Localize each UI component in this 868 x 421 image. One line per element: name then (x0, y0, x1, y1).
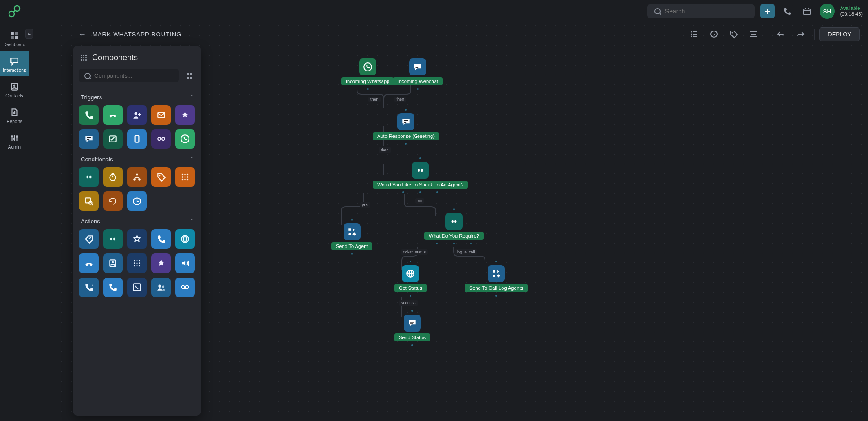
section-actions[interactable]: Actions ˄ (77, 211, 197, 229)
dialer-button[interactable] (780, 4, 794, 18)
node-port[interactable] (494, 260, 498, 263)
list-view-button[interactable] (685, 27, 703, 42)
node-port[interactable] (452, 242, 456, 245)
chat-icon (84, 134, 94, 144)
deploy-button[interactable]: DEPLOY (819, 27, 860, 41)
panel-search[interactable] (79, 69, 179, 82)
action-http[interactable] (175, 229, 195, 249)
brand-logo (7, 4, 22, 18)
trigger-chat[interactable] (79, 129, 99, 149)
node-speak-agent[interactable]: Would You Like To Speak To An Agent? (373, 156, 468, 194)
action-queue[interactable] (79, 278, 99, 297)
node-send-call-log[interactable]: Send To Call Log Agents (465, 260, 528, 297)
panel-search-input[interactable] (94, 72, 174, 79)
action-callbox[interactable] (127, 278, 147, 297)
action-tag[interactable] (79, 229, 99, 249)
node-port[interactable] (419, 191, 422, 194)
tag-icon (729, 30, 738, 39)
action-badge[interactable] (151, 253, 171, 273)
trigger-incoming-call[interactable] (79, 105, 99, 125)
drag-handle-icon[interactable] (81, 55, 87, 61)
node-port[interactable] (410, 309, 414, 313)
nav-label: Contacts (5, 93, 23, 98)
section-conditionals[interactable]: Conditionals ˄ (77, 149, 197, 167)
node-incoming-webchat[interactable]: Incoming Webchat (393, 58, 443, 91)
action-voicemail[interactable] (175, 278, 195, 297)
node-what-require[interactable]: What Do You Require? (424, 208, 484, 245)
back-button[interactable]: ← (78, 30, 86, 39)
node-port[interactable] (401, 191, 405, 194)
action-contact[interactable] (103, 253, 123, 273)
node-port[interactable] (404, 108, 408, 111)
node-port[interactable] (452, 208, 456, 211)
action-dialpad[interactable] (127, 253, 147, 273)
nav-interactions[interactable]: Interactions (0, 51, 29, 76)
layout-toggle-button[interactable] (183, 70, 195, 81)
global-search[interactable] (647, 4, 755, 18)
node-port[interactable] (409, 294, 412, 297)
align-button[interactable] (745, 27, 762, 42)
undo-button[interactable] (772, 27, 790, 42)
redo-button[interactable] (792, 27, 810, 42)
action-call[interactable] (151, 229, 171, 249)
node-port[interactable] (350, 218, 354, 222)
node-send-status[interactable]: Send Status (394, 309, 430, 347)
cond-retry[interactable] (103, 191, 123, 211)
calendar-button[interactable] (800, 4, 814, 18)
node-port[interactable] (469, 242, 473, 245)
action-star[interactable] (127, 229, 147, 249)
trigger-email[interactable] (151, 105, 171, 125)
presence-indicator[interactable]: Available (00:18:45) (840, 5, 863, 17)
node-send-to-agent[interactable]: Send To Agent (331, 218, 372, 256)
action-menu[interactable] (103, 229, 123, 249)
global-search-input[interactable] (665, 8, 749, 15)
node-auto-response[interactable]: Auto Response (Greeting) (373, 108, 439, 146)
node-port[interactable] (435, 242, 439, 245)
trigger-rating[interactable] (175, 105, 195, 125)
cond-branch[interactable] (127, 167, 147, 187)
trigger-task[interactable] (103, 129, 123, 149)
nav-dashboard[interactable]: Dashboard (0, 25, 29, 51)
nav-contacts[interactable]: Contacts (0, 76, 29, 102)
section-triggers[interactable]: Triggers ˄ (77, 87, 197, 105)
trigger-add-user[interactable] (127, 105, 147, 125)
nav-admin[interactable]: Admin (0, 128, 29, 153)
history-button[interactable] (705, 27, 723, 42)
edge-ticket: ticket_status (401, 249, 428, 255)
node-port[interactable] (410, 343, 414, 347)
node-port[interactable] (494, 294, 498, 297)
cond-schedule[interactable] (127, 191, 147, 211)
node-port[interactable] (436, 191, 439, 194)
cond-menu[interactable] (79, 167, 99, 187)
separator (814, 29, 815, 40)
avatar[interactable]: SH (820, 4, 835, 19)
main-nav: ▸ Dashboard Interactions Contacts Report… (0, 0, 29, 421)
action-play[interactable] (175, 253, 195, 273)
cond-timer[interactable] (103, 167, 123, 187)
panel-scroll[interactable]: Triggers ˄ Conditionals (73, 87, 201, 416)
trigger-missed-call[interactable] (103, 105, 123, 125)
trigger-sms[interactable] (127, 129, 147, 149)
tags-button[interactable] (725, 27, 743, 42)
branch-icon (412, 162, 429, 179)
node-get-status[interactable]: Get Status (394, 260, 427, 297)
trigger-api[interactable] (151, 129, 171, 149)
node-port[interactable] (409, 260, 412, 263)
node-port[interactable] (350, 252, 354, 256)
node-port[interactable] (419, 156, 422, 160)
cond-lookup[interactable] (79, 191, 99, 211)
tag-out-icon (84, 234, 94, 244)
action-dial[interactable] (103, 278, 123, 297)
create-button[interactable] (760, 4, 775, 18)
node-incoming-whatsapp[interactable]: Incoming Whatsapp (341, 58, 394, 91)
nav-label: Admin (8, 145, 21, 150)
action-group[interactable] (151, 278, 171, 297)
node-port[interactable] (366, 87, 370, 91)
cond-dialpad[interactable] (175, 167, 195, 187)
node-port[interactable] (404, 142, 408, 146)
trigger-whatsapp[interactable] (175, 129, 195, 149)
cond-tag[interactable] (151, 167, 171, 187)
action-hangup[interactable] (79, 253, 99, 273)
nav-reports[interactable]: Reports (0, 102, 29, 128)
node-port[interactable] (416, 87, 419, 91)
